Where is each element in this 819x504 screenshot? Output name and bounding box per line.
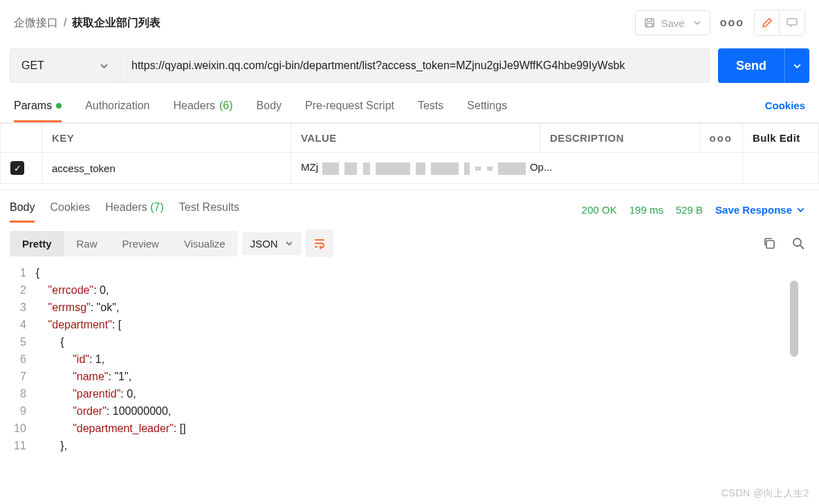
response-body[interactable]: 1234567891011 { "errcode": 0, "errmsg": … — [0, 263, 819, 454]
response-tabs: Body Cookies Headers (7) Test Results — [10, 197, 239, 223]
tab-authorization[interactable]: Authorization — [85, 95, 149, 122]
view-raw[interactable]: Raw — [64, 231, 110, 256]
svg-point-3 — [793, 239, 801, 246]
method-label: GET — [21, 59, 44, 72]
breadcrumb-folder[interactable]: 企微接口 — [14, 16, 58, 30]
tab-body[interactable]: Body — [257, 95, 282, 122]
more-icon[interactable]: ooo — [720, 17, 744, 29]
breadcrumb: 企微接口 / 获取企业部门列表 — [14, 16, 160, 30]
save-icon — [644, 17, 655, 28]
scrollbar[interactable] — [790, 281, 798, 357]
view-pretty[interactable]: Pretty — [10, 231, 64, 256]
col-desc: DESCRIPTION — [540, 124, 700, 153]
svg-rect-2 — [766, 241, 774, 248]
line-gutter: 1234567891011 — [14, 264, 36, 454]
method-select[interactable]: GET — [10, 48, 120, 83]
format-select[interactable]: JSON — [242, 232, 302, 255]
resp-tab-headers[interactable]: Headers (7) — [105, 197, 164, 223]
save-label: Save — [661, 17, 684, 29]
comment-icon — [786, 17, 798, 29]
code-content: { "errcode": 0, "errmsg": "ok", "departm… — [36, 264, 819, 454]
view-visualize[interactable]: Visualize — [172, 231, 238, 256]
comments-button[interactable] — [780, 10, 804, 35]
copy-button[interactable] — [762, 236, 776, 250]
resp-tab-body[interactable]: Body — [10, 197, 35, 223]
send-button[interactable]: Send — [718, 48, 784, 83]
search-button[interactable] — [791, 236, 805, 250]
tab-tests[interactable]: Tests — [418, 95, 443, 122]
col-key: KEY — [42, 124, 291, 153]
breadcrumb-sep: / — [64, 17, 66, 29]
request-tabs: Params Authorization Headers (6) Body Pr… — [14, 95, 507, 122]
chevron-down-icon — [796, 205, 805, 214]
wrap-lines-button[interactable] — [306, 230, 333, 257]
tab-params[interactable]: Params — [14, 95, 62, 122]
view-preview[interactable]: Preview — [110, 231, 172, 256]
tab-headers[interactable]: Headers (6) — [174, 95, 233, 122]
search-icon — [791, 236, 805, 250]
cookies-link[interactable]: Cookies — [765, 100, 805, 118]
checkbox-icon[interactable]: ✓ — [10, 161, 24, 175]
watermark: CSDN @向上人生2 — [721, 487, 809, 500]
params-table: KEY VALUE DESCRIPTION ooo Bulk Edit ✓ ac… — [0, 123, 819, 184]
tab-prerequest[interactable]: Pre-request Script — [305, 95, 394, 122]
chevron-down-icon — [793, 62, 802, 71]
edit-button[interactable] — [755, 10, 780, 35]
param-value[interactable]: MZj Op... — [291, 153, 743, 184]
redacted-icon — [322, 162, 339, 175]
dot-icon — [56, 103, 62, 109]
svg-rect-1 — [787, 19, 797, 25]
save-button[interactable]: Save — [635, 10, 710, 35]
chevron-down-icon — [100, 62, 109, 71]
pencil-icon — [761, 17, 773, 29]
bulk-edit-link[interactable]: Bulk Edit — [753, 132, 800, 144]
time-badge: 199 ms — [629, 204, 663, 216]
resp-tab-cookies[interactable]: Cookies — [50, 197, 90, 223]
chevron-down-icon — [693, 19, 701, 27]
wrap-icon — [313, 236, 326, 250]
send-dropdown[interactable] — [784, 48, 809, 83]
url-input[interactable] — [120, 48, 710, 83]
status-badge: 200 OK — [582, 204, 617, 216]
tab-settings[interactable]: Settings — [467, 95, 507, 122]
col-value: VALUE — [291, 124, 540, 153]
save-response-link[interactable]: Save Response — [715, 204, 805, 216]
param-key[interactable]: access_token — [42, 153, 291, 184]
view-mode-pair — [754, 10, 805, 36]
view-mode-seg: Pretty Raw Preview Visualize — [10, 231, 238, 256]
size-badge: 529 B — [676, 204, 703, 216]
resp-tab-tests[interactable]: Test Results — [179, 197, 239, 223]
copy-icon — [762, 236, 776, 250]
chevron-down-icon — [285, 239, 293, 248]
columns-menu-icon[interactable]: ooo — [710, 132, 733, 144]
breadcrumb-current: 获取企业部门列表 — [72, 16, 160, 30]
table-row[interactable]: ✓ access_token MZj Op... — [1, 153, 819, 184]
